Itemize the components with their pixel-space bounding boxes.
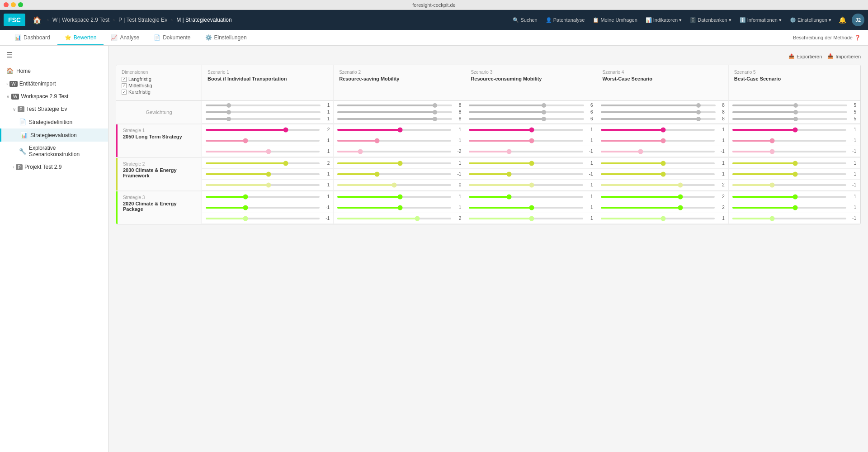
slider-track[interactable] <box>206 118 321 120</box>
hamburger-menu[interactable]: ☰ <box>0 46 108 64</box>
slider-track[interactable] <box>732 184 846 186</box>
slider-track[interactable] <box>337 218 451 219</box>
slider-track[interactable] <box>732 140 846 142</box>
slider-track[interactable] <box>601 140 715 142</box>
home-icon[interactable]: 🏠 <box>29 13 45 27</box>
slider-track[interactable] <box>337 184 451 186</box>
slider-track[interactable] <box>732 196 846 198</box>
einstellungen-button[interactable]: ⚙️ Einstellungen ▾ <box>786 15 835 25</box>
checkbox-mittelfristig[interactable]: ✓ <box>122 83 127 88</box>
sidebar-item-strategiedefinition[interactable]: 📄 Strategiedefinition <box>0 115 108 128</box>
suchen-button[interactable]: 🔍 Suchen <box>509 15 541 25</box>
slider-track[interactable] <box>732 151 846 152</box>
slider-track[interactable] <box>601 129 715 131</box>
export-button[interactable]: 📤 Exportieren <box>788 53 822 59</box>
slider-track[interactable] <box>337 129 451 131</box>
slider-track[interactable] <box>337 173 451 175</box>
slider-track[interactable] <box>206 184 320 186</box>
breadcrumb-module[interactable]: M | Strategieevaluation <box>175 17 234 23</box>
slider-track[interactable] <box>206 162 320 164</box>
slider-track[interactable] <box>732 207 846 209</box>
sidebar-item-explorative[interactable]: 🔧 Explorative Szenariokonstruktion <box>0 142 108 161</box>
slider-track[interactable] <box>206 105 321 106</box>
fsc-logo[interactable]: FSC <box>4 14 25 26</box>
patentanalyse-button[interactable]: 👤 Patentanalyse <box>542 15 589 25</box>
slider-track[interactable] <box>601 184 715 186</box>
scenario-1-name: Boost if Individual Transportation <box>208 76 328 81</box>
strategy-3-row2-scenario1: -1 <box>202 202 334 213</box>
slider-track[interactable] <box>206 173 320 175</box>
slider-track[interactable] <box>469 162 583 164</box>
slider-track[interactable] <box>469 196 583 198</box>
slider-track[interactable] <box>732 129 846 131</box>
checkbox-langfristig[interactable]: ✓ <box>122 77 127 82</box>
tab-analyse[interactable]: 📈 Analyse <box>104 31 146 45</box>
slider-track[interactable] <box>601 207 715 209</box>
tab-dashboard[interactable]: 📊 Dashboard <box>7 31 57 45</box>
slider-track[interactable] <box>601 196 715 198</box>
breadcrumb-workspace[interactable]: W | Workspace 2.9 Test <box>51 17 111 23</box>
slider-track[interactable] <box>337 207 451 209</box>
slider-track[interactable] <box>337 151 451 152</box>
slider-track[interactable] <box>337 140 451 142</box>
import-button[interactable]: 📥 Importieren <box>827 53 861 59</box>
dimensions-label: Dimensionen <box>122 70 196 75</box>
sidebar-item-test-strategie[interactable]: ∨ P Test Strategie Ev <box>0 103 108 115</box>
informationen-button[interactable]: ℹ️ Informationen ▾ <box>736 15 785 25</box>
strategy-1-row: Strategie 12050 Long Term Strategy21111-… <box>116 124 860 157</box>
slider-track[interactable] <box>206 218 320 219</box>
slider-track[interactable] <box>206 111 321 113</box>
slider-track[interactable] <box>732 173 846 175</box>
strategy-3-row3-scenario3: 1 <box>465 213 597 224</box>
content-area: 📤 Exportieren 📥 Importieren Dimensionen … <box>108 46 868 452</box>
sidebar-item-workspace[interactable]: ∨ W Workspace 2.9 Test <box>0 90 108 103</box>
close-button[interactable] <box>4 2 9 7</box>
user-avatar[interactable]: J2 <box>852 14 864 26</box>
slider-track[interactable] <box>601 173 715 175</box>
scenario-3-label: Szenario 3 <box>471 70 591 75</box>
sidebar-item-strategieevaluation[interactable]: 📊 Strategieevaluation <box>0 128 108 142</box>
einstellungen-icon: ⚙️ <box>205 34 212 41</box>
strategy-1-row2-scenario1: -1 <box>202 135 334 146</box>
minimize-button[interactable] <box>11 2 16 7</box>
slider-track[interactable] <box>469 207 583 209</box>
checkbox-kurzfristig[interactable]: ✓ <box>122 90 127 95</box>
slider-track[interactable] <box>469 140 583 142</box>
slider-track[interactable] <box>469 184 583 186</box>
strategy-3-label: Strategie 32020 Climate & Energy Package <box>116 191 202 224</box>
umfragen-button[interactable]: 📋 Meine Umfragen <box>589 15 641 25</box>
slider-track[interactable] <box>337 162 451 164</box>
slider-track[interactable] <box>469 173 583 175</box>
methode-description-link[interactable]: Beschreibung der Methode ❓ <box>793 35 861 41</box>
bell-icon[interactable]: 🔔 <box>836 16 849 24</box>
tab-bewerten[interactable]: ⭐ Bewerten <box>57 31 104 45</box>
slider-track[interactable] <box>469 129 583 131</box>
slider-track[interactable] <box>601 151 715 152</box>
slider-track[interactable] <box>469 218 583 219</box>
tab-dokumente[interactable]: 📄 Dokumente <box>146 31 198 45</box>
indikatoren-button[interactable]: 📊 Indikatoren ▾ <box>642 15 685 25</box>
sidebar-item-entitatenimport[interactable]: › W Entitätenimport <box>0 77 108 90</box>
breadcrumb-project[interactable]: P | Test Strategie Ev <box>117 17 169 23</box>
slider-track[interactable] <box>206 140 320 142</box>
slider-track[interactable] <box>732 162 846 164</box>
datenbanken-button[interactable]: 🗄️ Datenbanken ▾ <box>686 15 735 25</box>
slider-track[interactable] <box>206 207 320 209</box>
strategy-3-row3-scenario2: 2 <box>334 213 465 224</box>
strategy-1-row2-scenario2: -1 <box>334 135 465 146</box>
sidebar-item-home[interactable]: 🏠 Home <box>0 64 108 77</box>
chevron-right-icon: › <box>6 81 8 86</box>
slider-track[interactable] <box>601 218 715 219</box>
slider-track[interactable] <box>732 218 846 219</box>
slider-track[interactable] <box>206 151 320 152</box>
maximize-button[interactable] <box>18 2 23 7</box>
slider-track[interactable] <box>206 129 320 131</box>
slider-track[interactable] <box>469 151 583 152</box>
tab-einstellungen[interactable]: ⚙️ Einstellungen <box>198 31 254 45</box>
strategy-1-row2-scenario4: 1 <box>597 135 729 146</box>
slider-track[interactable] <box>337 196 451 198</box>
nav-right-section: 🔍 Suchen 👤 Patentanalyse 📋 Meine Umfrage… <box>509 14 864 26</box>
slider-track[interactable] <box>601 162 715 164</box>
slider-track[interactable] <box>206 196 320 198</box>
sidebar-item-projekt-test[interactable]: › P Projekt Test 2.9 <box>0 161 108 173</box>
